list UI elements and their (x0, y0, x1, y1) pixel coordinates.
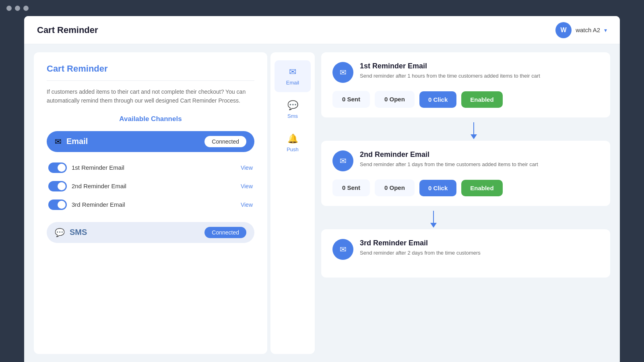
email-tab-label: Email (286, 80, 299, 86)
left-panel: Cart Reminder If customers added items t… (34, 52, 267, 354)
top-bar: Cart Reminder W watch A2 ▾ (24, 16, 620, 44)
sms-connected-badge: Connected (204, 227, 246, 238)
right-panel: ✉ 1st Reminder Email Send reminder after… (318, 52, 610, 354)
click-button-1[interactable]: 0 Click (419, 91, 456, 108)
list-item: 3rd Reminder Email View (47, 195, 254, 214)
reminder-card-2-stats: 0 Sent 0 Open 0 Click Enabled (332, 179, 599, 196)
sms-channel-card[interactable]: 💬 SMS Connected (47, 222, 254, 243)
section-desc: If customers added items to their cart a… (47, 87, 254, 105)
connector-1 (321, 122, 610, 139)
reminder-item-left-1: 1st Reminder Email (48, 162, 124, 173)
reminder-card-2: ✉ 2nd Reminder Email Send reminder after… (321, 141, 610, 206)
sms-tab-label: Sms (287, 113, 298, 119)
toggle-3rd-reminder[interactable] (48, 200, 67, 210)
sms-channel-icon: 💬 (55, 228, 65, 237)
reminder-list: 1st Reminder Email View 2nd Reminder Ema… (47, 158, 254, 214)
reminder-card-3-text: 3rd Reminder Email Send reminder after 2… (360, 239, 481, 257)
view-link-2[interactable]: View (241, 183, 253, 189)
stat-open-1-value: 0 Open (384, 96, 405, 103)
stat-sent-2: 0 Sent (332, 179, 370, 196)
app-title: Cart Reminder (37, 25, 98, 35)
reminder-card-2-desc: Send reminder after 1 days from the time… (360, 160, 538, 169)
connector-arrow-2 (430, 223, 437, 228)
reminder-card-1-icon: ✉ (332, 62, 353, 83)
titlebar-dot-2[interactable] (15, 6, 20, 11)
reminder-card-1-desc: Send reminder after 1 hours from the tim… (360, 72, 540, 80)
tab-sms[interactable]: 💬 Sms (275, 94, 311, 125)
titlebar-dot-1[interactable] (6, 6, 12, 11)
connector-2 (321, 211, 610, 228)
user-name: watch A2 (576, 27, 600, 33)
list-item: 2nd Reminder Email View (47, 177, 254, 195)
sms-channel-name: SMS (70, 228, 87, 237)
sms-tab-icon: 💬 (287, 100, 298, 111)
connector-arrow-1 (471, 134, 477, 139)
titlebar-dot-3[interactable] (23, 6, 29, 11)
main-content: Cart Reminder If customers added items t… (24, 44, 620, 362)
push-tab-label: Push (287, 146, 299, 152)
stat-open-2: 0 Open (375, 179, 415, 196)
email-channel-icon: ✉ (55, 137, 62, 146)
stat-open-2-value: 0 Open (384, 184, 405, 191)
reminder-card-2-icon: ✉ (332, 150, 353, 171)
email-connected-badge: Connected (204, 136, 246, 147)
sms-channel-left: 💬 SMS (55, 228, 87, 237)
reminder-card-3-icon: ✉ (332, 239, 353, 260)
reminder-card-3-header: ✉ 3rd Reminder Email Send reminder after… (332, 239, 599, 260)
tab-push[interactable]: 🔔 Push (275, 127, 311, 159)
user-area[interactable]: W watch A2 ▾ (555, 22, 607, 38)
email-tab-icon: ✉ (289, 67, 296, 77)
reminder-card-2-header: ✉ 2nd Reminder Email Send reminder after… (332, 150, 599, 171)
app-window: Cart Reminder W watch A2 ▾ Cart Reminder… (24, 16, 620, 362)
reminder-name-1: 1st Reminder Email (72, 164, 124, 171)
reminder-card-1-text: 1st Reminder Email Send reminder after 1… (360, 62, 540, 80)
reminder-card-1: ✉ 1st Reminder Email Send reminder after… (321, 52, 610, 117)
enabled-button-1[interactable]: Enabled (461, 91, 502, 108)
push-tab-icon: 🔔 (287, 134, 298, 144)
connector-line-2 (433, 211, 434, 223)
reminder-card-2-title: 2nd Reminder Email (360, 150, 538, 159)
reminder-card-3: ✉ 3rd Reminder Email Send reminder after… (321, 229, 610, 278)
toggle-2nd-reminder[interactable] (48, 181, 67, 191)
reminder-name-3: 3rd Reminder Email (72, 201, 125, 208)
view-link-1[interactable]: View (241, 165, 253, 171)
click-button-2[interactable]: 0 Click (419, 180, 456, 196)
reminder-card-1-stats: 0 Sent 0 Open 0 Click Enabled (332, 91, 599, 108)
view-link-3[interactable]: View (241, 202, 253, 208)
enabled-button-2[interactable]: Enabled (461, 180, 502, 196)
reminder-card-3-desc: Send reminder after 2 days from the time… (360, 249, 481, 257)
reminder-card-3-title: 3rd Reminder Email (360, 239, 481, 247)
chevron-down-icon[interactable]: ▾ (604, 27, 607, 33)
user-avatar: W (555, 22, 572, 38)
reminder-card-1-header: ✉ 1st Reminder Email Send reminder after… (332, 62, 599, 83)
channel-selector: ✉ Email 💬 Sms 🔔 Push (270, 52, 315, 354)
email-channel-left: ✉ Email (55, 137, 88, 146)
titlebar (0, 0, 644, 16)
connector-line-1 (473, 122, 474, 134)
email-channel-name: Email (66, 137, 88, 146)
reminder-card-2-text: 2nd Reminder Email Send reminder after 1… (360, 150, 538, 169)
stat-sent-1: 0 Sent (332, 91, 370, 108)
stat-sent-1-value: 0 Sent (342, 96, 360, 103)
tab-email[interactable]: ✉ Email (275, 60, 311, 92)
available-channels-title: Available Channels (47, 115, 254, 123)
reminder-card-1-title: 1st Reminder Email (360, 62, 540, 70)
stat-sent-2-value: 0 Sent (342, 184, 360, 191)
list-item: 1st Reminder Email View (47, 158, 254, 177)
toggle-1st-reminder[interactable] (48, 162, 67, 173)
email-channel-card[interactable]: ✉ Email Connected (47, 131, 254, 152)
reminder-name-2: 2nd Reminder Email (72, 183, 126, 189)
stat-open-1: 0 Open (375, 91, 415, 108)
reminder-item-left-2: 2nd Reminder Email (48, 181, 126, 191)
reminder-item-left-3: 3rd Reminder Email (48, 200, 125, 210)
section-title: Cart Reminder (47, 64, 254, 81)
